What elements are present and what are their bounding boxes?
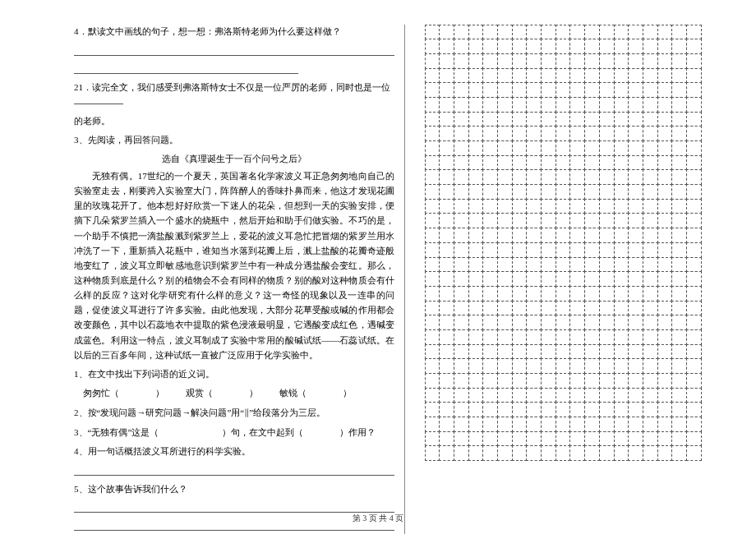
grid-cell[interactable] <box>482 25 498 40</box>
grid-cell[interactable] <box>425 39 440 54</box>
grid-cell[interactable] <box>599 373 615 389</box>
grid-cell[interactable] <box>643 140 658 156</box>
grid-cell[interactable] <box>468 97 484 113</box>
grid-cell[interactable] <box>643 199 658 214</box>
grid-cell[interactable] <box>497 388 513 403</box>
grid-cell[interactable] <box>671 68 687 84</box>
grid-cell[interactable] <box>671 39 687 54</box>
grid-cell[interactable] <box>555 82 571 98</box>
grid-cell[interactable] <box>569 329 585 345</box>
grid-cell[interactable] <box>569 82 585 98</box>
grid-cell[interactable] <box>497 286 513 302</box>
grid-cell[interactable] <box>526 155 542 171</box>
grid-cell[interactable] <box>482 271 498 287</box>
grid-cell[interactable] <box>541 358 556 374</box>
grid-cell[interactable] <box>569 271 585 287</box>
grid-cell[interactable] <box>614 445 629 461</box>
grid-cell[interactable] <box>425 112 440 127</box>
grid-cell[interactable] <box>599 271 615 287</box>
grid-cell[interactable] <box>671 271 687 287</box>
grid-cell[interactable] <box>599 169 615 185</box>
grid-cell[interactable] <box>512 82 528 98</box>
grid-cell[interactable] <box>468 242 484 258</box>
grid-cell[interactable] <box>555 344 571 360</box>
grid-cell[interactable] <box>671 97 687 113</box>
grid-cell[interactable] <box>584 39 600 54</box>
grid-cell[interactable] <box>671 373 687 389</box>
grid-cell[interactable] <box>599 388 615 403</box>
grid-cell[interactable] <box>425 301 440 316</box>
grid-cell[interactable] <box>628 301 643 316</box>
grid-cell[interactable] <box>541 68 556 84</box>
grid-cell[interactable] <box>599 155 615 171</box>
grid-cell[interactable] <box>584 53 600 69</box>
grid-cell[interactable] <box>439 402 454 417</box>
grid-cell[interactable] <box>454 242 469 258</box>
grid-cell[interactable] <box>628 315 643 330</box>
answer-blank[interactable] <box>74 501 394 513</box>
grid-cell[interactable] <box>614 417 629 432</box>
grid-cell[interactable] <box>584 126 600 141</box>
grid-cell[interactable] <box>686 126 702 141</box>
grid-cell[interactable] <box>512 344 528 360</box>
grid-cell[interactable] <box>425 126 440 141</box>
grid-cell[interactable] <box>541 373 556 389</box>
grid-cell[interactable] <box>555 169 571 185</box>
grid-cell[interactable] <box>657 358 673 374</box>
grid-cell[interactable] <box>497 301 513 316</box>
grid-cell[interactable] <box>686 68 702 84</box>
grid-cell[interactable] <box>599 97 615 113</box>
grid-cell[interactable] <box>643 97 658 113</box>
grid-cell[interactable] <box>454 315 469 330</box>
grid-cell[interactable] <box>468 228 484 243</box>
grid-cell[interactable] <box>468 445 484 461</box>
grid-cell[interactable] <box>628 112 643 127</box>
grid-cell[interactable] <box>584 417 600 432</box>
grid-cell[interactable] <box>686 155 702 171</box>
grid-cell[interactable] <box>468 358 484 374</box>
grid-cell[interactable] <box>425 445 440 461</box>
grid-cell[interactable] <box>643 53 658 69</box>
grid-cell[interactable] <box>512 199 528 214</box>
grid-cell[interactable] <box>468 169 484 185</box>
grid-cell[interactable] <box>628 286 643 302</box>
grid-cell[interactable] <box>541 301 556 316</box>
grid-cell[interactable] <box>454 126 469 141</box>
grid-cell[interactable] <box>686 358 702 374</box>
grid-cell[interactable] <box>454 431 469 447</box>
grid-cell[interactable] <box>643 39 658 54</box>
grid-cell[interactable] <box>599 126 615 141</box>
grid-cell[interactable] <box>671 82 687 98</box>
grid-cell[interactable] <box>512 301 528 316</box>
grid-cell[interactable] <box>425 155 440 171</box>
grid-cell[interactable] <box>497 358 513 374</box>
grid-cell[interactable] <box>643 445 658 461</box>
grid-cell[interactable] <box>686 271 702 287</box>
answer-blank[interactable] <box>74 62 298 74</box>
grid-cell[interactable] <box>541 257 556 273</box>
grid-cell[interactable] <box>439 155 454 171</box>
grid-cell[interactable] <box>425 82 440 98</box>
grid-cell[interactable] <box>482 97 498 113</box>
grid-cell[interactable] <box>569 140 585 156</box>
grid-cell[interactable] <box>599 53 615 69</box>
grid-cell[interactable] <box>468 402 484 417</box>
grid-cell[interactable] <box>628 402 643 417</box>
grid-cell[interactable] <box>482 402 498 417</box>
grid-cell[interactable] <box>671 301 687 316</box>
grid-cell[interactable] <box>584 301 600 316</box>
grid-cell[interactable] <box>526 388 542 403</box>
grid-cell[interactable] <box>569 286 585 302</box>
grid-cell[interactable] <box>599 82 615 98</box>
grid-cell[interactable] <box>482 112 498 127</box>
grid-cell[interactable] <box>671 445 687 461</box>
grid-cell[interactable] <box>555 388 571 403</box>
grid-cell[interactable] <box>482 169 498 185</box>
grid-cell[interactable] <box>614 358 629 374</box>
grid-cell[interactable] <box>671 53 687 69</box>
grid-cell[interactable] <box>569 257 585 273</box>
grid-cell[interactable] <box>526 140 542 156</box>
grid-cell[interactable] <box>497 97 513 113</box>
grid-cell[interactable] <box>555 373 571 389</box>
grid-cell[interactable] <box>614 199 629 214</box>
